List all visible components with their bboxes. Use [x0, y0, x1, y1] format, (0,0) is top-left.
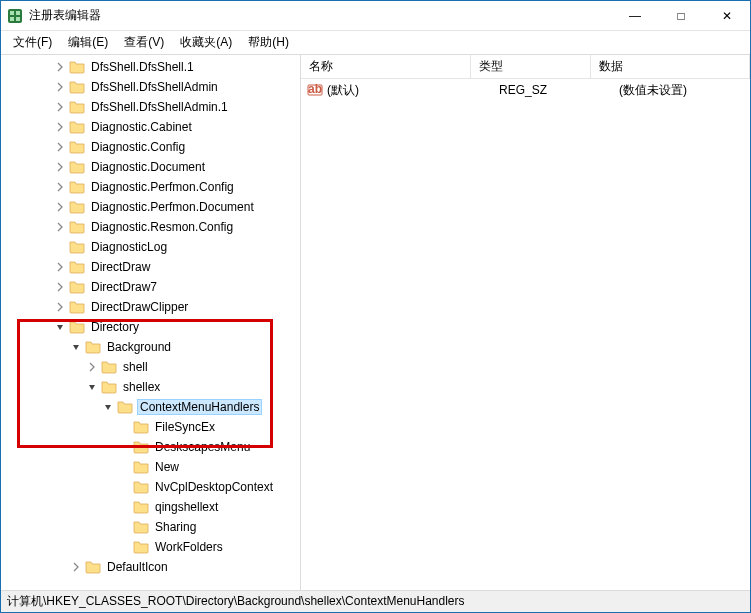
tree-item[interactable]: Diagnostic.Resmon.Config [1, 217, 300, 237]
list-header: 名称 类型 数据 [301, 55, 750, 79]
value-row[interactable]: ab (默认) REG_SZ (数值未设置) [301, 79, 750, 101]
tree-item[interactable]: DirectDraw [1, 257, 300, 277]
column-header-data[interactable]: 数据 [591, 55, 750, 78]
folder-icon [69, 159, 85, 175]
tree-item[interactable]: Diagnostic.Document [1, 157, 300, 177]
close-button[interactable]: ✕ [704, 1, 750, 31]
chevron-right-icon[interactable] [53, 300, 67, 314]
tree-item-label: Diagnostic.Perfmon.Document [89, 200, 256, 214]
menu-help[interactable]: 帮助(H) [240, 32, 297, 53]
chevron-right-icon[interactable] [53, 60, 67, 74]
content-area: DfsShell.DfsShell.1DfsShell.DfsShellAdmi… [1, 55, 750, 590]
tree-item[interactable]: DirectDraw7 [1, 277, 300, 297]
chevron-down-icon[interactable] [101, 400, 115, 414]
tree-item[interactable]: Diagnostic.Cabinet [1, 117, 300, 137]
folder-icon [133, 479, 149, 495]
folder-icon [69, 259, 85, 275]
chevron-right-icon[interactable] [53, 120, 67, 134]
tree-item[interactable]: Diagnostic.Perfmon.Config [1, 177, 300, 197]
chevron-right-icon[interactable] [53, 200, 67, 214]
tree-item-label: shellex [121, 380, 162, 394]
chevron-right-icon[interactable] [53, 280, 67, 294]
tree-panel[interactable]: DfsShell.DfsShell.1DfsShell.DfsShellAdmi… [1, 55, 301, 590]
tree-item[interactable]: DfsShell.DfsShellAdmin.1 [1, 97, 300, 117]
tree-item[interactable]: FileSyncEx [1, 417, 300, 437]
column-header-type[interactable]: 类型 [471, 55, 591, 78]
column-header-name[interactable]: 名称 [301, 55, 471, 78]
tree-item-label: Diagnostic.Resmon.Config [89, 220, 235, 234]
tree-item-label: qingshellext [153, 500, 220, 514]
tree-item[interactable]: DfsShell.DfsShell.1 [1, 57, 300, 77]
svg-rect-2 [16, 11, 20, 15]
svg-rect-3 [10, 17, 14, 21]
tree-item[interactable]: Diagnostic.Perfmon.Document [1, 197, 300, 217]
maximize-button[interactable]: □ [658, 1, 704, 31]
list-body: ab (默认) REG_SZ (数值未设置) [301, 79, 750, 590]
tree-item-label: DfsShell.DfsShellAdmin.1 [89, 100, 230, 114]
chevron-right-icon[interactable] [53, 160, 67, 174]
tree-item[interactable]: WorkFolders [1, 537, 300, 557]
expander-spacer [53, 240, 67, 254]
tree-item-label: DirectDraw7 [89, 280, 159, 294]
tree-item[interactable]: ContextMenuHandlers [1, 397, 300, 417]
chevron-down-icon[interactable] [69, 340, 83, 354]
tree-item[interactable]: DeskscapesMenu [1, 437, 300, 457]
chevron-right-icon[interactable] [53, 80, 67, 94]
tree-item[interactable]: DefaultIcon [1, 557, 300, 577]
status-bar: 计算机\HKEY_CLASSES_ROOT\Directory\Backgrou… [1, 590, 750, 612]
value-list-panel[interactable]: 名称 类型 数据 ab (默认) REG_SZ (数值未设置) [301, 55, 750, 590]
svg-rect-1 [10, 11, 14, 15]
folder-icon [133, 419, 149, 435]
chevron-right-icon[interactable] [69, 560, 83, 574]
tree-item[interactable]: DfsShell.DfsShellAdmin [1, 77, 300, 97]
tree-item[interactable]: qingshellext [1, 497, 300, 517]
tree-item[interactable]: Sharing [1, 517, 300, 537]
folder-icon [101, 359, 117, 375]
tree-item[interactable]: DiagnosticLog [1, 237, 300, 257]
tree-item-label: Diagnostic.Perfmon.Config [89, 180, 236, 194]
folder-icon [133, 499, 149, 515]
chevron-right-icon[interactable] [53, 220, 67, 234]
window-title: 注册表编辑器 [29, 7, 612, 24]
tree-item-label: ContextMenuHandlers [137, 399, 262, 415]
menu-file[interactable]: 文件(F) [5, 32, 60, 53]
value-type: REG_SZ [491, 83, 611, 97]
folder-icon [85, 559, 101, 575]
folder-icon [69, 219, 85, 235]
chevron-right-icon[interactable] [53, 180, 67, 194]
folder-icon [69, 199, 85, 215]
chevron-right-icon[interactable] [53, 260, 67, 274]
tree-item[interactable]: Directory [1, 317, 300, 337]
chevron-right-icon[interactable] [53, 140, 67, 154]
tree-item[interactable]: New [1, 457, 300, 477]
tree-item-label: DfsShell.DfsShellAdmin [89, 80, 220, 94]
chevron-right-icon[interactable] [53, 100, 67, 114]
expander-spacer [117, 480, 131, 494]
tree-item[interactable]: Background [1, 337, 300, 357]
tree-item-label: Directory [89, 320, 141, 334]
tree-item-label: DiagnosticLog [89, 240, 169, 254]
svg-text:ab: ab [308, 82, 322, 96]
folder-icon [69, 279, 85, 295]
tree-item[interactable]: NvCplDesktopContext [1, 477, 300, 497]
menu-favorites[interactable]: 收藏夹(A) [172, 32, 240, 53]
tree-item[interactable]: Diagnostic.Config [1, 137, 300, 157]
tree-item-label: WorkFolders [153, 540, 225, 554]
tree-item[interactable]: DirectDrawClipper [1, 297, 300, 317]
chevron-right-icon[interactable] [85, 360, 99, 374]
menu-edit[interactable]: 编辑(E) [60, 32, 116, 53]
status-path: 计算机\HKEY_CLASSES_ROOT\Directory\Backgrou… [7, 593, 465, 610]
tree-item[interactable]: shell [1, 357, 300, 377]
chevron-down-icon[interactable] [53, 320, 67, 334]
menu-view[interactable]: 查看(V) [116, 32, 172, 53]
tree-item[interactable]: shellex [1, 377, 300, 397]
folder-icon [133, 539, 149, 555]
expander-spacer [117, 500, 131, 514]
tree-item-label: Diagnostic.Config [89, 140, 187, 154]
tree-item-label: DirectDraw [89, 260, 152, 274]
expander-spacer [117, 440, 131, 454]
folder-icon [85, 339, 101, 355]
value-data: (数值未设置) [611, 82, 750, 99]
chevron-down-icon[interactable] [85, 380, 99, 394]
minimize-button[interactable]: — [612, 1, 658, 31]
